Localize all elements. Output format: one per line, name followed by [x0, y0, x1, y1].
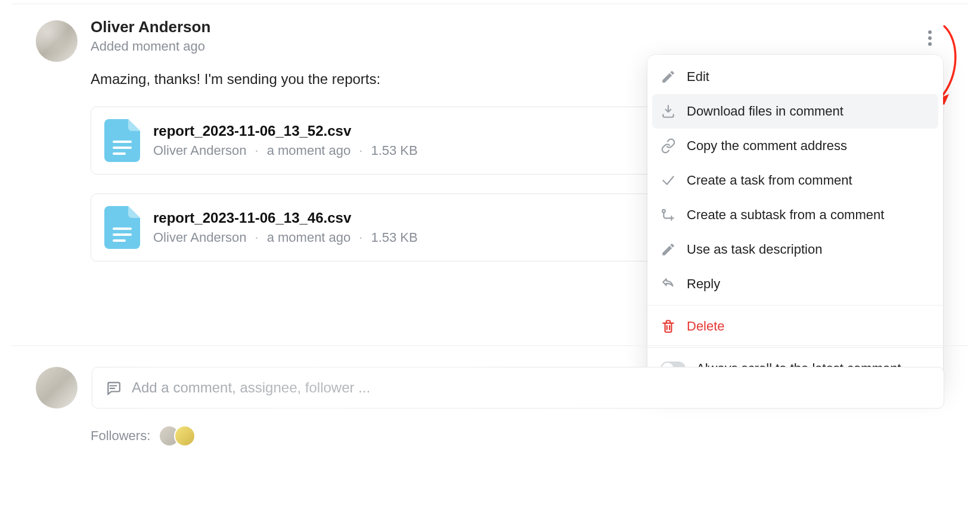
follower-avatars[interactable]: [159, 425, 196, 447]
attachment-size: 1.53 KB: [371, 143, 417, 158]
reply-icon: [660, 276, 676, 292]
svg-point-9: [662, 210, 665, 213]
menu-edit[interactable]: Edit: [647, 60, 943, 94]
svg-rect-3: [113, 227, 132, 230]
menu-reply[interactable]: Reply: [647, 267, 943, 301]
svg-point-6: [928, 30, 932, 34]
divider: [12, 345, 968, 346]
menu-label: Use as task description: [687, 242, 822, 257]
attachment-meta: Oliver Anderson · a moment ago · 1.53 KB: [153, 143, 418, 158]
kebab-icon: [928, 30, 932, 46]
menu-label: Create a task from comment: [687, 173, 852, 188]
attachment-uploader: Oliver Anderson: [153, 143, 247, 158]
attachment-filename: report_2023-11-06_13_52.csv: [153, 123, 418, 139]
comment-timestamp: Added moment ago: [91, 39, 944, 54]
svg-rect-4: [113, 233, 132, 236]
menu-download-files[interactable]: Download files in comment: [652, 94, 938, 129]
menu-label: Download files in comment: [687, 104, 843, 119]
follower-avatar[interactable]: [174, 425, 196, 447]
menu-use-description[interactable]: Use as task description: [647, 232, 943, 267]
attachment-filename: report_2023-11-06_13_46.csv: [153, 210, 418, 226]
file-icon: [104, 206, 140, 249]
link-icon: [660, 138, 676, 154]
file-icon: [104, 119, 140, 162]
menu-label: Create a subtask from a comment: [687, 207, 884, 223]
current-user-avatar[interactable]: [36, 367, 77, 409]
attachment-when: a moment ago: [267, 230, 351, 245]
pencil-icon: [660, 69, 676, 85]
meta-separator: ·: [255, 143, 259, 158]
trash-icon: [660, 319, 676, 334]
followers-label: Followers:: [91, 428, 150, 444]
more-actions-button[interactable]: [924, 26, 936, 50]
subtask-icon: [660, 207, 676, 223]
compose-area: Add a comment, assignee, follower ...: [36, 367, 944, 409]
meta-separator: ·: [359, 230, 362, 245]
svg-rect-1: [113, 146, 132, 149]
menu-copy-address[interactable]: Copy the comment address: [647, 129, 943, 163]
pencil-icon: [660, 242, 676, 257]
download-icon: [660, 104, 676, 119]
divider: [12, 4, 968, 4]
svg-rect-0: [113, 141, 132, 143]
menu-create-task[interactable]: Create a task from comment: [647, 163, 943, 198]
svg-point-8: [928, 42, 932, 46]
author-name: Oliver Anderson: [91, 18, 944, 36]
menu-label: Delete: [687, 319, 725, 334]
menu-divider: [647, 305, 943, 306]
attachment-uploader: Oliver Anderson: [153, 230, 247, 245]
check-icon: [660, 173, 676, 188]
attachment-meta: Oliver Anderson · a moment ago · 1.53 KB: [153, 230, 418, 245]
meta-separator: ·: [255, 230, 259, 245]
menu-create-subtask[interactable]: Create a subtask from a comment: [647, 198, 943, 232]
menu-divider: [647, 347, 943, 348]
author-avatar[interactable]: [36, 20, 77, 62]
menu-label: Edit: [687, 69, 709, 85]
svg-rect-2: [113, 152, 126, 155]
menu-delete[interactable]: Delete: [647, 309, 943, 344]
svg-rect-5: [113, 239, 126, 242]
meta-separator: ·: [359, 143, 362, 158]
menu-label: Copy the comment address: [687, 138, 847, 154]
comment-actions-menu: Edit Download files in comment Copy the …: [647, 55, 943, 391]
attachment-size: 1.53 KB: [371, 230, 417, 245]
followers-row: Followers:: [91, 425, 196, 447]
menu-label: Reply: [687, 276, 720, 292]
svg-point-7: [928, 36, 932, 40]
attachment-when: a moment ago: [267, 143, 351, 158]
